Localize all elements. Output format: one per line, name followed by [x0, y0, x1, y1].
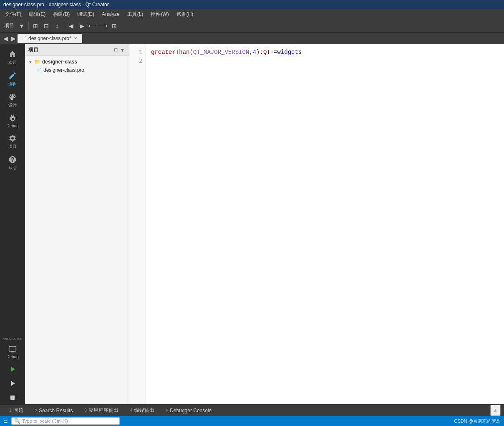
sidebar-item-debug2[interactable]: Debug — [2, 342, 23, 362]
menu-build[interactable]: 构建(B) — [50, 10, 73, 19]
folder-collapse-icon: ▼ — [28, 60, 33, 64]
sidebar-label-design: 设计 — [8, 102, 17, 108]
toolbar-nav-back-btn[interactable]: ⟵ — [88, 21, 98, 31]
status-right: CSDN @被遗忘的梦想 — [454, 418, 501, 424]
panel-filter-btn[interactable]: ⊟ — [113, 46, 118, 53]
bottom-tab-search[interactable]: 2Search Results — [29, 406, 79, 415]
device-label: desig...class — [2, 336, 23, 342]
edit-icon — [8, 71, 17, 80]
debug-run-button[interactable] — [2, 377, 23, 390]
sidebar-item-projects[interactable]: 项目 — [2, 132, 23, 152]
menu-debug[interactable]: 调试(D) — [74, 10, 98, 19]
code-content[interactable]: greaterThan(QT_MAJOR_VERSION,4):QT+=widg… — [146, 44, 504, 404]
code-function: greaterThan — [151, 49, 189, 56]
sidebar-item-design[interactable]: 设计 — [2, 90, 23, 111]
menu-bar: 文件(F) 编辑(E) 构建(B) 调试(D) Analyze 工具(L) 控件… — [0, 9, 504, 19]
bottom-tab-debugger-console[interactable]: 5Debugger Console — [160, 406, 218, 415]
toolbar-filter-btn[interactable]: ⊞ — [30, 21, 40, 31]
bottom-tab-compile[interactable]: 4编译输出 — [124, 405, 160, 416]
code-value: widgets — [277, 49, 302, 56]
code-colon: : — [260, 49, 263, 56]
title-text: designer-class.pro - designer-class - Qt… — [3, 2, 109, 8]
toolbar: 项目 ▼ ⊞ ⊟ ↕ ◀ ▶ ⟵ ⟶ ⊞ — [0, 19, 504, 33]
folder-icon: 📁 — [34, 59, 40, 65]
bottom-tab-app-output[interactable]: 3应用程序输出 — [79, 405, 125, 416]
stop-button[interactable] — [2, 391, 23, 404]
line-num-1: 1 — [129, 48, 146, 57]
tab-nav-right[interactable]: ▶ — [10, 34, 18, 43]
toolbar-forward-btn[interactable]: ▶ — [77, 21, 87, 31]
toolbar-dropdown-btn[interactable]: ▼ — [17, 21, 27, 31]
panel-collapse-btn[interactable]: ▼ — [119, 46, 126, 53]
line-numbers: 1 2 — [129, 44, 146, 404]
bottom-tabs: 1问题 2Search Results 3应用程序输出 4编译输出 5Debug… — [0, 404, 504, 416]
tab-nav-left[interactable]: ◀ — [2, 34, 10, 43]
menu-help[interactable]: 帮助(H) — [173, 10, 197, 19]
file-panel-header: 项目 ⊟ ▼ — [25, 44, 129, 56]
run-icon — [8, 365, 17, 373]
file-name: designer-class.pro — [43, 67, 84, 73]
debug-icon — [8, 114, 17, 122]
sidebar-label-debug: Debug — [6, 124, 18, 128]
status-bar: ☰ 🔍 CSDN @被遗忘的梦想 — [0, 416, 504, 426]
code-comma: , — [249, 49, 252, 56]
file-panel: 项目 ⊟ ▼ ▼ 📁 designer-class 📄 designer-cla… — [25, 44, 129, 404]
menu-control[interactable]: 控件(W) — [147, 10, 172, 19]
toolbar-nav-forward-btn[interactable]: ⟶ — [98, 21, 108, 31]
code-editor[interactable]: 1 2 greaterThan(QT_MAJOR_VERSION,4):QT+=… — [129, 44, 504, 404]
projects-icon — [8, 134, 17, 142]
sidebar-label-projects: 项目 — [8, 144, 17, 150]
file-icon: 📄 — [37, 68, 42, 73]
tab-label: designer-class.pro* — [28, 36, 71, 41]
home-icon — [8, 50, 17, 58]
sidebar-label-help: 帮助 — [8, 165, 17, 171]
bottom-tab-arrow-btn[interactable]: ▲ — [490, 405, 501, 416]
tree-folder-root[interactable]: ▼ 📁 designer-class — [25, 58, 129, 66]
menu-analyze[interactable]: Analyze — [98, 10, 123, 18]
code-operator: += — [270, 49, 277, 56]
menu-file[interactable]: 文件(F) — [2, 10, 25, 19]
menu-tools[interactable]: 工具(L) — [124, 10, 147, 19]
sidebar-label-welcome: 欢迎 — [8, 60, 17, 66]
tab-bar: ◀ ▶ 📄 designer-class.pro* ✕ — [0, 33, 504, 44]
bottom-tab-issues[interactable]: 1问题 — [3, 405, 29, 416]
file-panel-title: 项目 — [28, 46, 38, 53]
search-icon: 🔍 — [14, 418, 20, 424]
code-keyword: QT — [263, 49, 270, 56]
tab-close-btn[interactable]: ✕ — [73, 36, 78, 41]
run-button[interactable] — [2, 363, 23, 376]
toolbar-split-btn[interactable]: ⊞ — [109, 21, 119, 31]
search-input[interactable] — [22, 418, 117, 423]
toolbar-separator-2 — [64, 22, 64, 30]
toolbar-collapse-btn[interactable]: ⊟ — [41, 21, 51, 31]
code-paren-open: ( — [189, 49, 193, 56]
toolbar-back-btn[interactable]: ◀ — [66, 21, 76, 31]
help-icon — [8, 155, 17, 164]
project-label: 项目 — [3, 22, 16, 29]
sidebar-label-edit: 编辑 — [8, 81, 17, 87]
sidebar-label-debug2: Debug — [6, 355, 18, 359]
watermark-text: CSDN @被遗忘的梦想 — [454, 418, 501, 424]
sidebar-item-welcome[interactable]: 欢迎 — [2, 48, 23, 68]
status-hamburger-btn[interactable]: ☰ — [3, 418, 8, 424]
tab-icon: 📄 — [22, 36, 27, 41]
sidebar-item-debug[interactable]: Debug — [2, 112, 23, 131]
code-number: 4 — [253, 49, 256, 56]
sidebar-item-help[interactable]: 帮助 — [2, 153, 23, 173]
menu-edit[interactable]: 编辑(E) — [25, 10, 49, 19]
search-box[interactable]: 🔍 — [11, 417, 120, 425]
debug-run-icon — [8, 379, 17, 388]
active-tab[interactable]: 📄 designer-class.pro* ✕ — [18, 34, 82, 43]
line-num-2: 2 — [129, 57, 146, 66]
code-param: QT_MAJOR_VERSION — [193, 49, 249, 56]
stop-icon — [8, 393, 17, 402]
tree-file-pro[interactable]: 📄 designer-class.pro — [25, 66, 129, 74]
sidebar-item-edit[interactable]: 编辑 — [2, 69, 23, 89]
main-layout: 欢迎 编辑 设计 Debug 项目 帮助 — [0, 44, 504, 404]
code-area: 1 2 greaterThan(QT_MAJOR_VERSION,4):QT+=… — [129, 44, 504, 404]
panel-header-icons: ⊟ ▼ — [113, 46, 126, 53]
toolbar-sync-btn[interactable]: ↕ — [52, 21, 62, 31]
sidebar: 欢迎 编辑 设计 Debug 项目 帮助 — [0, 44, 25, 404]
monitor-icon — [8, 345, 17, 353]
title-bar: designer-class.pro - designer-class - Qt… — [0, 0, 504, 9]
